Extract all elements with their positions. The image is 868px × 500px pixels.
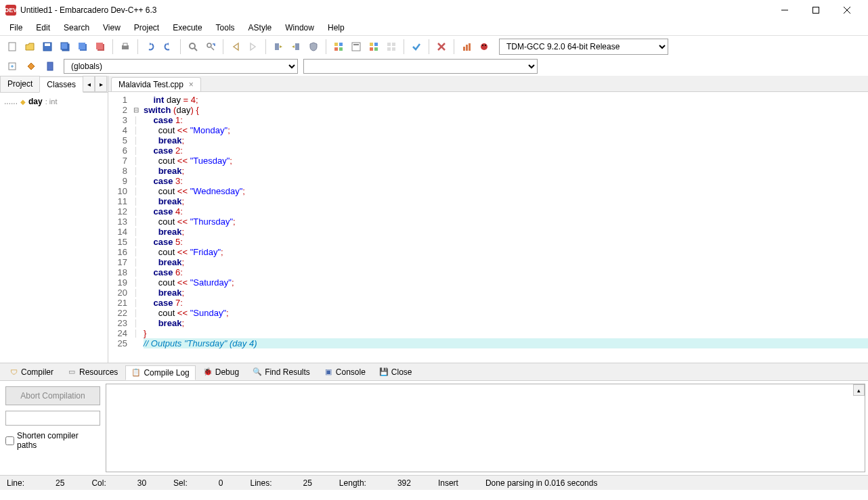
- file-tab-close-icon[interactable]: ×: [189, 80, 194, 89]
- compile-log-icon: 📋: [131, 368, 141, 378]
- rebuild-button[interactable]: [383, 39, 399, 55]
- menu-edit[interactable]: Edit: [29, 22, 57, 34]
- var-icon: ◆: [20, 98, 26, 106]
- back-button[interactable]: [227, 39, 244, 55]
- class-tree[interactable]: ...... ◆ day : int: [0, 93, 108, 110]
- svg-rect-6: [45, 43, 50, 46]
- shorten-paths-checkbox[interactable]: Shorten compiler paths: [5, 431, 100, 450]
- print-button[interactable]: [117, 39, 133, 55]
- save-button[interactable]: [39, 39, 56, 55]
- bottom-tab-label: Find Results: [265, 367, 310, 377]
- file-tab-label: Malavida Test.cpp: [118, 80, 183, 89]
- sb-sel-val: 0: [219, 478, 223, 488]
- debug-shield-button[interactable]: [305, 39, 322, 55]
- save-as-button[interactable]: [74, 39, 91, 55]
- left-tabs: Project Classes ◂ ▸: [0, 76, 108, 93]
- sb-line-label: Line:: [7, 478, 24, 488]
- svg-rect-31: [392, 43, 395, 46]
- menu-tools[interactable]: Tools: [209, 22, 242, 34]
- fold-gutter[interactable]: ⊟││││││││││││││││││││││: [131, 92, 141, 363]
- menubar: FileEditSearchViewProjectExecuteToolsASt…: [0, 20, 868, 35]
- save-all-button[interactable]: [57, 39, 73, 55]
- compile-input[interactable]: [5, 411, 100, 426]
- new-file-button[interactable]: [4, 39, 20, 55]
- tree-connector: ......: [4, 97, 18, 106]
- svg-rect-20: [334, 43, 338, 46]
- find-button[interactable]: [185, 39, 201, 55]
- bottom-panel: 🛡Compiler▭Resources📋Compile Log🐞Debug🔍Fi…: [0, 363, 868, 475]
- clean-button[interactable]: [433, 39, 450, 55]
- compile-run-button[interactable]: [366, 39, 382, 55]
- svg-rect-19: [295, 43, 299, 50]
- redo-button[interactable]: [160, 39, 176, 55]
- close-file-button[interactable]: [92, 39, 108, 55]
- bottom-tab-find-results[interactable]: 🔍Find Results: [246, 365, 316, 380]
- tab-project[interactable]: Project: [0, 76, 40, 92]
- file-tab[interactable]: Malavida Test.cpp ×: [111, 77, 201, 91]
- compile-controls: Abort Compilation Shorten compiler paths: [0, 381, 106, 475]
- svg-rect-36: [463, 47, 465, 51]
- bottom-tab-compiler[interactable]: 🛡Compiler: [3, 365, 60, 380]
- window-title: Untitled1 - Embarcadero Dev-C++ 6.3: [20, 5, 769, 15]
- menu-project[interactable]: Project: [127, 22, 166, 34]
- open-button[interactable]: [22, 39, 38, 55]
- svg-point-40: [482, 45, 483, 46]
- toggle-bookmark-button[interactable]: [288, 39, 304, 55]
- bottom-tab-close[interactable]: 💾Close: [373, 365, 418, 380]
- compile-button[interactable]: [330, 39, 347, 55]
- svg-rect-37: [466, 45, 468, 51]
- menu-execute[interactable]: Execute: [166, 22, 209, 34]
- compile-log[interactable]: ▴: [106, 384, 865, 472]
- tab-classes[interactable]: Classes: [39, 76, 83, 93]
- scroll-up-icon[interactable]: ▴: [853, 384, 865, 396]
- debug-button[interactable]: [476, 39, 492, 55]
- shorten-paths-input[interactable]: [5, 436, 14, 445]
- svg-rect-1: [813, 7, 819, 14]
- run-button[interactable]: [348, 39, 364, 55]
- bottom-tab-console[interactable]: ▣Console: [318, 365, 372, 380]
- tab-nav-right[interactable]: ▸: [95, 76, 107, 92]
- console-icon: ▣: [324, 367, 333, 377]
- compiler-select[interactable]: TDM-GCC 9.2.0 64-bit Release: [499, 39, 668, 55]
- tab-nav-left[interactable]: ◂: [83, 76, 95, 92]
- minimize-button[interactable]: [769, 0, 800, 20]
- svg-rect-29: [374, 47, 378, 51]
- scope-select[interactable]: [303, 59, 538, 74]
- bottom-tab-label: Console: [336, 367, 366, 377]
- code-body[interactable]: int day = 4;switch (day) { case 1: cout …: [141, 92, 868, 363]
- app-icon: DEV: [5, 5, 16, 16]
- svg-point-15: [190, 43, 195, 49]
- replace-button[interactable]: [202, 39, 219, 55]
- undo-button[interactable]: [142, 39, 158, 55]
- secondbar: (globals): [0, 57, 868, 76]
- menu-search[interactable]: Search: [57, 22, 96, 34]
- globals-select[interactable]: (globals): [64, 59, 298, 74]
- bottom-tab-compile-log[interactable]: 📋Compile Log: [125, 365, 195, 380]
- menu-help[interactable]: Help: [321, 22, 351, 34]
- tree-item-day[interactable]: ...... ◆ day : int: [4, 97, 104, 106]
- svg-rect-33: [392, 47, 395, 51]
- goto-bookmark-button[interactable]: [270, 39, 286, 55]
- close-button[interactable]: [831, 0, 863, 20]
- menu-window[interactable]: Window: [278, 22, 321, 34]
- svg-point-17: [207, 43, 211, 47]
- menu-astyle[interactable]: AStyle: [242, 22, 279, 34]
- svg-rect-8: [61, 43, 68, 49]
- profile-button[interactable]: [458, 39, 475, 55]
- bottom-tab-resources[interactable]: ▭Resources: [61, 365, 124, 380]
- bottom-tab-debug[interactable]: 🐞Debug: [197, 365, 245, 380]
- new-class-button[interactable]: [4, 58, 20, 74]
- insert-button[interactable]: [23, 58, 39, 74]
- syntax-check-button[interactable]: [408, 39, 425, 55]
- menu-file[interactable]: File: [3, 22, 29, 34]
- menu-view[interactable]: View: [96, 22, 127, 34]
- resources-icon: ▭: [67, 367, 77, 377]
- code-editor[interactable]: 1234567891011121314151617181920212223242…: [108, 92, 868, 363]
- sb-message: Done parsing in 0.016 seconds: [485, 478, 597, 488]
- svg-rect-45: [47, 62, 53, 70]
- forward-button[interactable]: [245, 39, 261, 55]
- svg-line-16: [194, 48, 197, 51]
- bookmark-button[interactable]: [42, 58, 58, 74]
- maximize-button[interactable]: [800, 0, 831, 20]
- abort-compilation-button[interactable]: Abort Compilation: [5, 386, 100, 405]
